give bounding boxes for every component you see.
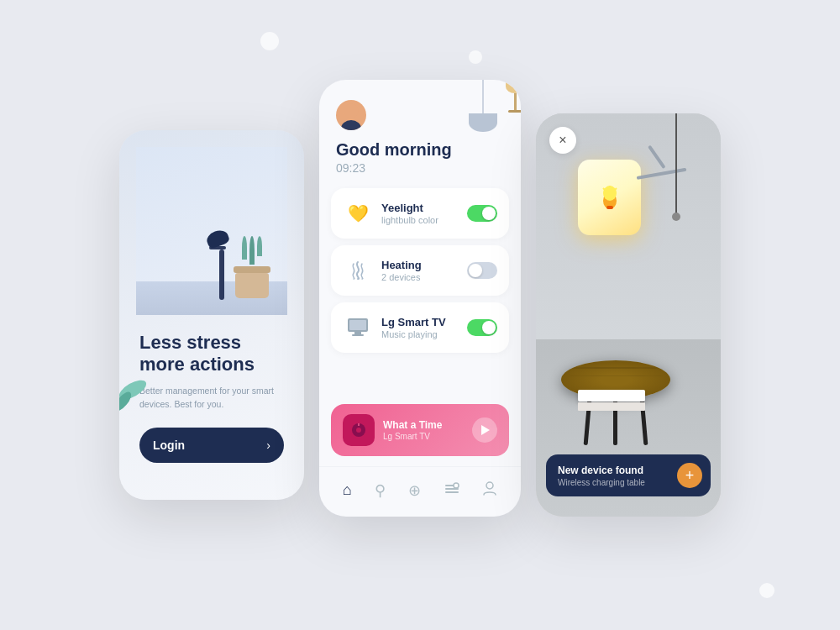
now-playing-thumb — [343, 414, 375, 446]
plus-icon: + — [685, 467, 695, 485]
login-illustration — [136, 147, 287, 315]
bottom-nav: ⌂ ⚲ ⊕ — [319, 466, 521, 517]
nav-profile[interactable] — [475, 477, 504, 503]
nav-home[interactable]: ⌂ — [336, 478, 359, 502]
nav-add[interactable]: ⊕ — [402, 478, 428, 503]
home-icon: ⌂ — [343, 481, 352, 499]
dashboard-card: Good morning 09:23 💛 Yeelight lightbulb … — [319, 80, 521, 517]
user-avatar — [336, 100, 366, 130]
login-button[interactable]: Login › — [139, 428, 284, 463]
leaf-decoration — [119, 366, 152, 416]
svg-rect-16 — [606, 206, 613, 209]
new-device-banner: New device found Wireless charging table… — [546, 454, 711, 496]
heating-name: Heating — [381, 259, 459, 271]
tv-name: Lg Smart TV — [381, 316, 459, 328]
close-icon: × — [559, 133, 566, 148]
greeting-text: Good morning — [336, 140, 504, 160]
banner-title: New device found — [558, 465, 670, 476]
device-item-heating[interactable]: Heating 2 devices — [331, 245, 509, 296]
now-playing-source: Lg Smart TV — [383, 432, 464, 441]
time-display: 09:23 — [336, 161, 504, 175]
deco-circle-2 — [469, 50, 482, 64]
nav-grid[interactable] — [438, 477, 466, 503]
login-card: Less stress more actions Better manageme… — [119, 130, 304, 500]
login-button-label: Login — [153, 438, 185, 452]
nav-search[interactable]: ⚲ — [368, 478, 392, 503]
svg-point-12 — [454, 483, 459, 488]
devices-list: 💛 Yeelight lightbulb color Heating 2 dev… — [319, 188, 521, 397]
search-icon: ⚲ — [375, 481, 386, 500]
plant-pot — [234, 236, 270, 298]
svg-rect-4 — [354, 332, 361, 334]
headline-line1: Less stress — [139, 332, 241, 353]
login-arrow-icon: › — [266, 438, 270, 452]
banner-subtitle: Wireless charging table — [558, 478, 670, 487]
now-playing-title: What a Time — [383, 419, 464, 431]
deco-circle-1 — [260, 32, 279, 50]
headline-line2: more actions — [139, 354, 255, 375]
login-subtitle: Better management for your smart devices… — [139, 385, 284, 412]
tv-toggle[interactable] — [467, 319, 497, 336]
add-device-button[interactable]: + — [677, 463, 702, 488]
now-playing-bar[interactable]: What a Time Lg Smart TV — [331, 404, 509, 456]
svg-rect-11 — [445, 491, 459, 493]
grid-icon — [444, 480, 459, 500]
yeelight-icon: 💛 — [343, 198, 373, 228]
floor-lamp — [215, 231, 228, 300]
tv-status: Music playing — [381, 329, 459, 339]
smart-bulb-device — [578, 160, 641, 235]
hanging-cable — [672, 113, 680, 221]
device-found-card: × New device found Wireless charging tab… — [536, 113, 721, 517]
svg-point-13 — [486, 482, 493, 489]
svg-rect-3 — [349, 320, 366, 330]
book-on-table — [578, 390, 645, 411]
svg-rect-5 — [352, 334, 364, 336]
dashboard-header: Good morning 09:23 — [319, 80, 521, 188]
svg-point-7 — [356, 428, 361, 433]
play-icon — [481, 425, 490, 435]
add-icon: ⊕ — [408, 481, 421, 500]
close-button[interactable]: × — [549, 127, 576, 154]
yeelight-name: Yeelight — [381, 202, 459, 214]
heating-status: 2 devices — [381, 272, 459, 282]
yeelight-status: lightbulb color — [381, 215, 459, 225]
deco-circle-3 — [759, 583, 774, 598]
device-item-tv[interactable]: Lg Smart TV Music playing — [331, 302, 509, 353]
profile-icon — [482, 480, 497, 500]
yeelight-toggle[interactable] — [467, 205, 497, 222]
login-text-area: Less stress more actions Better manageme… — [136, 328, 287, 463]
play-button[interactable] — [472, 417, 497, 443]
login-headline: Less stress more actions — [139, 332, 284, 376]
heating-toggle[interactable] — [467, 262, 497, 279]
tv-icon — [343, 312, 373, 343]
heating-icon — [343, 255, 373, 286]
device-item-yeelight[interactable]: 💛 Yeelight lightbulb color — [331, 188, 509, 239]
